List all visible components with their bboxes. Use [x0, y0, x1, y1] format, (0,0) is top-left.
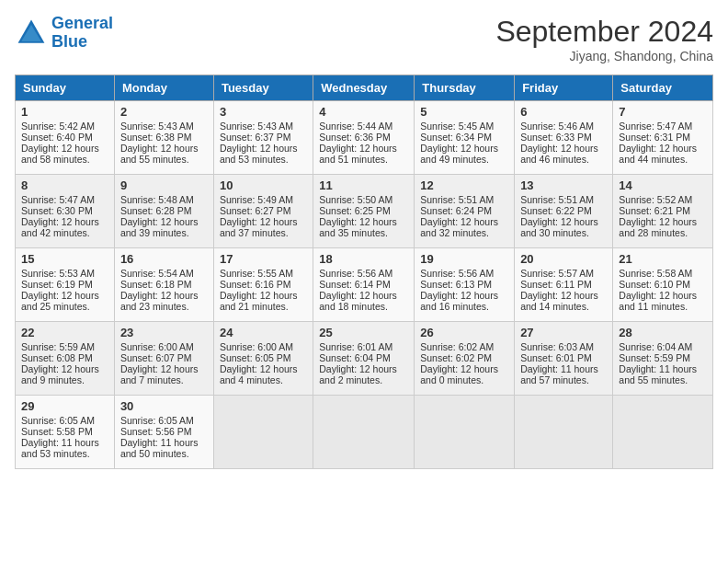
day-info-line: Daylight: 12 hours	[21, 216, 108, 227]
day-info-line: Daylight: 12 hours	[120, 143, 208, 154]
day-info-line: Sunrise: 6:00 AM	[220, 341, 307, 352]
day-number: 13	[520, 178, 607, 192]
day-cell: 16Sunrise: 5:54 AMSunset: 6:18 PMDayligh…	[114, 248, 213, 322]
day-info-line: Daylight: 12 hours	[220, 216, 307, 227]
day-info-line: Daylight: 12 hours	[420, 363, 508, 374]
day-cell: 20Sunrise: 5:57 AMSunset: 6:11 PMDayligh…	[515, 248, 613, 322]
day-info-line: Sunset: 6:30 PM	[21, 205, 108, 216]
day-info-line: Daylight: 12 hours	[120, 290, 208, 301]
day-cell	[213, 396, 313, 469]
day-info-line: Sunrise: 5:49 AM	[220, 194, 307, 205]
day-info-line: Daylight: 12 hours	[520, 143, 607, 154]
day-info-line: Sunrise: 5:52 AM	[619, 194, 707, 205]
day-info-line: and 39 minutes.	[120, 227, 208, 238]
day-info-line: Sunset: 6:22 PM	[520, 205, 607, 216]
day-cell: 29Sunrise: 6:05 AMSunset: 5:58 PMDayligh…	[16, 396, 115, 469]
logo: General Blue	[15, 15, 113, 52]
day-info-line: Sunset: 6:27 PM	[220, 205, 307, 216]
day-info-line: and 25 minutes.	[21, 301, 108, 312]
day-info-line: Daylight: 12 hours	[520, 290, 607, 301]
day-info-line: and 46 minutes.	[520, 154, 607, 165]
day-info-line: Sunset: 6:38 PM	[120, 132, 208, 143]
day-number: 19	[420, 252, 508, 266]
day-cell: 25Sunrise: 6:01 AMSunset: 6:04 PMDayligh…	[313, 322, 415, 396]
day-info-line: Sunset: 6:11 PM	[520, 279, 607, 290]
day-info-line: Sunset: 6:40 PM	[21, 132, 108, 143]
day-cell: 26Sunrise: 6:02 AMSunset: 6:02 PMDayligh…	[415, 322, 515, 396]
day-info-line: and 44 minutes.	[619, 154, 707, 165]
day-info-line: Sunrise: 5:43 AM	[220, 121, 307, 132]
day-number: 29	[21, 399, 108, 413]
day-info-line: Sunrise: 5:57 AM	[520, 268, 607, 279]
day-info-line: Sunset: 6:36 PM	[319, 132, 408, 143]
month-title: September 2024	[495, 15, 713, 49]
day-info-line: and 53 minutes.	[220, 154, 307, 165]
day-info-line: Sunset: 6:28 PM	[120, 205, 208, 216]
logo-text: General Blue	[51, 15, 113, 52]
day-number: 27	[520, 326, 607, 339]
day-info-line: Sunrise: 5:55 AM	[220, 268, 307, 279]
calendar-table: SundayMondayTuesdayWednesdayThursdayFrid…	[15, 75, 713, 469]
day-info-line: Sunset: 5:58 PM	[21, 426, 108, 437]
day-info-line: Daylight: 12 hours	[319, 216, 408, 227]
header-cell-monday: Monday	[114, 75, 213, 101]
day-number: 25	[319, 326, 408, 339]
day-cell: 23Sunrise: 6:00 AMSunset: 6:07 PMDayligh…	[114, 322, 213, 396]
day-cell: 22Sunrise: 5:59 AMSunset: 6:08 PMDayligh…	[16, 322, 115, 396]
day-info-line: Sunrise: 6:02 AM	[420, 341, 508, 352]
day-info-line: Daylight: 12 hours	[520, 216, 607, 227]
day-info-line: Daylight: 12 hours	[120, 216, 208, 227]
day-cell: 9Sunrise: 5:48 AMSunset: 6:28 PMDaylight…	[114, 175, 213, 248]
day-info-line: Daylight: 12 hours	[420, 216, 508, 227]
day-info-line: Sunset: 6:33 PM	[520, 132, 607, 143]
day-info-line: and 35 minutes.	[319, 227, 408, 238]
day-info-line: Daylight: 11 hours	[520, 363, 607, 374]
calendar-body: 1Sunrise: 5:42 AMSunset: 6:40 PMDaylight…	[16, 101, 713, 469]
day-info-line: Daylight: 12 hours	[619, 143, 707, 154]
day-cell: 14Sunrise: 5:52 AMSunset: 6:21 PMDayligh…	[613, 175, 713, 248]
day-cell: 1Sunrise: 5:42 AMSunset: 6:40 PMDaylight…	[16, 101, 115, 175]
day-info-line: and 42 minutes.	[21, 227, 108, 238]
day-number: 16	[120, 252, 208, 266]
day-info-line: Sunset: 6:16 PM	[220, 279, 307, 290]
day-number: 3	[220, 105, 307, 119]
day-info-line: Daylight: 11 hours	[21, 437, 108, 448]
day-number: 8	[21, 178, 108, 192]
day-number: 14	[619, 178, 707, 192]
day-info-line: and 30 minutes.	[520, 227, 607, 238]
day-info-line: Daylight: 12 hours	[319, 363, 408, 374]
day-cell: 3Sunrise: 5:43 AMSunset: 6:37 PMDaylight…	[213, 101, 313, 175]
day-number: 30	[120, 399, 208, 413]
day-info-line: Sunrise: 5:51 AM	[520, 194, 607, 205]
location: Jiyang, Shandong, China	[495, 49, 713, 63]
day-info-line: Daylight: 12 hours	[21, 143, 108, 154]
day-info-line: Sunrise: 5:51 AM	[420, 194, 508, 205]
day-info-line: Sunset: 6:10 PM	[619, 279, 707, 290]
day-info-line: and 28 minutes.	[619, 227, 707, 238]
day-info-line: Sunrise: 5:45 AM	[420, 121, 508, 132]
day-number: 11	[319, 178, 408, 192]
day-number: 2	[120, 105, 208, 119]
day-info-line: Sunrise: 5:48 AM	[120, 194, 208, 205]
title-block: September 2024 Jiyang, Shandong, China	[495, 15, 713, 63]
day-cell: 6Sunrise: 5:46 AMSunset: 6:33 PMDaylight…	[515, 101, 613, 175]
day-info-line: Sunset: 6:05 PM	[220, 352, 307, 363]
day-cell: 30Sunrise: 6:05 AMSunset: 5:56 PMDayligh…	[114, 396, 213, 469]
day-info-line: Sunrise: 6:05 AM	[120, 415, 208, 426]
day-info-line: Daylight: 12 hours	[220, 143, 307, 154]
day-cell: 18Sunrise: 5:56 AMSunset: 6:14 PMDayligh…	[313, 248, 415, 322]
logo-icon	[15, 17, 48, 50]
day-info-line: Sunrise: 5:53 AM	[21, 268, 108, 279]
calendar-header: SundayMondayTuesdayWednesdayThursdayFrid…	[16, 75, 713, 101]
day-cell: 11Sunrise: 5:50 AMSunset: 6:25 PMDayligh…	[313, 175, 415, 248]
day-cell	[415, 396, 515, 469]
day-number: 24	[220, 326, 307, 339]
day-info-line: and 57 minutes.	[520, 374, 607, 385]
day-info-line: Sunrise: 5:47 AM	[619, 121, 707, 132]
day-info-line: Sunset: 6:02 PM	[420, 352, 508, 363]
day-number: 17	[220, 252, 307, 266]
day-info-line: Sunset: 6:04 PM	[319, 352, 408, 363]
day-info-line: Sunrise: 6:00 AM	[120, 341, 208, 352]
day-info-line: Sunset: 6:18 PM	[120, 279, 208, 290]
day-info-line: Daylight: 12 hours	[220, 363, 307, 374]
